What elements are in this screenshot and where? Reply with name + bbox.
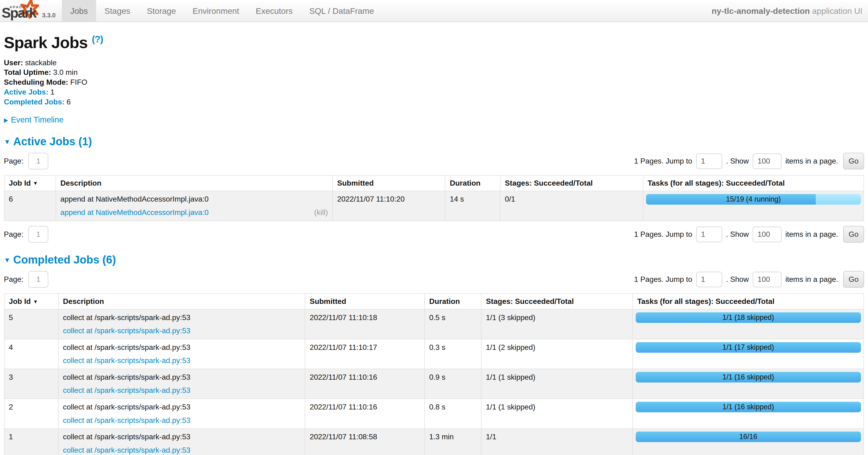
job-id-cell: 2 <box>4 399 58 428</box>
pages-jump-text: 1 Pages. Jump to <box>634 230 692 239</box>
completed-jobs-link[interactable]: Completed Jobs: <box>4 97 65 106</box>
active-jobs-link[interactable]: Active Jobs: <box>4 88 49 96</box>
tab-sql-dataframe[interactable]: SQL / DataFrame <box>301 0 382 22</box>
job-detail-link[interactable]: collect at /spark-scripts/spark-ad.py:53 <box>63 356 190 365</box>
page-title: Spark Jobs (?) <box>4 33 864 52</box>
job-tasks-cell: 1/1 (18 skipped) <box>633 309 864 339</box>
job-duration-cell: 0.5 s <box>425 309 481 339</box>
tasks-progress-label: 16/16 <box>636 431 861 442</box>
col-stages[interactable]: Stages: Succeeded/Total <box>481 293 633 309</box>
completed-job-row: 3 collect at /spark-scripts/spark-ad.py:… <box>4 369 864 399</box>
page-number-input[interactable] <box>28 153 48 169</box>
jump-to-page-input[interactable] <box>696 272 722 287</box>
active-jobs-pagination-bottom: Page: 1 Pages. Jump to . Show items in a… <box>4 226 864 243</box>
tab-jobs[interactable]: Jobs <box>62 0 96 22</box>
col-tasks[interactable]: Tasks (for all stages): Succeeded/Total <box>643 175 864 191</box>
tab-stages[interactable]: Stages <box>96 0 138 22</box>
page-number-input[interactable] <box>28 271 48 288</box>
active-job-row: 6 append at NativeMethodAccessorImpl.jav… <box>4 191 864 221</box>
items-per-page-input[interactable] <box>753 153 781 169</box>
show-text: . Show <box>726 275 749 284</box>
items-per-page-input[interactable] <box>753 227 781 242</box>
application-ui-suffix: application UI <box>810 6 862 16</box>
job-detail-link[interactable]: append at NativeMethodAccessorImpl.java:… <box>60 208 209 217</box>
event-timeline-toggle[interactable]: ▶Event Timeline <box>4 115 864 124</box>
active-jobs-pagination-top: Page: 1 Pages. Jump to . Show items in a… <box>4 153 864 169</box>
job-id-cell: 1 <box>4 429 58 455</box>
col-description[interactable]: Description <box>56 175 333 191</box>
job-detail-link[interactable]: collect at /spark-scripts/spark-ad.py:53 <box>63 446 190 454</box>
col-job-id[interactable]: Job Id▼ <box>4 293 58 309</box>
job-detail-link[interactable]: collect at /spark-scripts/spark-ad.py:53 <box>63 386 190 395</box>
tab-storage[interactable]: Storage <box>138 0 184 22</box>
job-tasks-cell: 15/19 (4 running) <box>643 191 864 221</box>
tasks-progress-label: 1/1 (16 skipped) <box>636 402 861 412</box>
tab-environment[interactable]: Environment <box>184 0 248 22</box>
job-stages-cell: 1/1 (1 skipped) <box>481 399 633 428</box>
completed-jobs-heading[interactable]: ▼Completed Jobs (6) <box>4 253 864 266</box>
show-text: . Show <box>726 157 749 165</box>
tab-executors[interactable]: Executors <box>248 0 301 22</box>
col-job-id[interactable]: Job Id▼ <box>4 175 56 191</box>
summary-completed-jobs: Completed Jobs: 6 <box>4 97 864 107</box>
job-id-cell: 4 <box>4 339 58 369</box>
spark-brand-label: Spark <box>2 5 36 21</box>
col-submitted[interactable]: Submitted <box>305 293 425 309</box>
page-number-input[interactable] <box>28 226 48 243</box>
col-submitted[interactable]: Submitted <box>333 175 445 191</box>
job-summary: User: stackable Total Uptime: 3.0 min Sc… <box>4 58 864 107</box>
spark-version: 3.3.0 <box>42 12 56 19</box>
show-text: . Show <box>726 230 749 239</box>
top-navbar: APACHE Spark 3.3.0 Jobs Stages Storage E… <box>0 0 868 22</box>
job-detail-link[interactable]: collect at /spark-scripts/spark-ad.py:53 <box>63 326 190 335</box>
help-link[interactable]: (?) <box>92 34 103 45</box>
application-name: ny-tlc-anomaly-detection <box>712 6 810 16</box>
job-description-cell: collect at /spark-scripts/spark-ad.py:53… <box>58 429 305 455</box>
sort-desc-icon: ▼ <box>33 299 38 305</box>
col-stages[interactable]: Stages: Succeeded/Total <box>500 175 643 191</box>
go-button[interactable]: Go <box>843 226 864 243</box>
go-button[interactable]: Go <box>843 271 864 288</box>
job-tasks-cell: 1/1 (16 skipped) <box>633 399 864 428</box>
jump-to-page-input[interactable] <box>696 153 722 169</box>
job-detail-link[interactable]: collect at /spark-scripts/spark-ad.py:53 <box>63 416 190 425</box>
application-title: ny-tlc-anomaly-detection application UI <box>712 0 868 22</box>
tasks-progress-label: 15/19 (4 running) <box>646 194 861 205</box>
expanded-arrow-icon: ▼ <box>4 138 10 145</box>
completed-job-row: 2 collect at /spark-scripts/spark-ad.py:… <box>4 399 864 428</box>
completed-job-row: 1 collect at /spark-scripts/spark-ad.py:… <box>4 429 864 455</box>
job-description-cell: collect at /spark-scripts/spark-ad.py:53… <box>58 309 305 339</box>
nav-tabs: Jobs Stages Storage Environment Executor… <box>62 0 382 22</box>
job-submitted-cell: 2022/11/07 11:10:16 <box>305 399 425 428</box>
job-description-text: append at NativeMethodAccessorImpl.java:… <box>60 195 328 203</box>
items-per-page-input[interactable] <box>753 272 781 287</box>
col-duration[interactable]: Duration <box>445 175 500 191</box>
job-description-text: collect at /spark-scripts/spark-ad.py:53 <box>63 433 300 441</box>
spark-logo: APACHE Spark 3.3.0 <box>0 0 62 22</box>
tasks-progress-label: 1/1 (16 skipped) <box>636 372 861 382</box>
kill-job-link[interactable]: (kill) <box>314 208 328 217</box>
job-stages-cell: 1/1 <box>481 429 633 455</box>
col-tasks[interactable]: Tasks (for all stages): Succeeded/Total <box>633 293 864 309</box>
jump-to-page-input[interactable] <box>696 227 722 242</box>
tasks-progress-bar: 1/1 (16 skipped) <box>636 372 861 382</box>
job-tasks-cell: 16/16 <box>633 429 864 455</box>
go-button[interactable]: Go <box>843 153 864 169</box>
job-description-text: collect at /spark-scripts/spark-ad.py:53 <box>63 403 300 411</box>
job-description-cell: collect at /spark-scripts/spark-ad.py:53… <box>58 369 305 399</box>
job-submitted-cell: 2022/11/07 11:08:58 <box>305 429 425 455</box>
tasks-progress-bar: 15/19 (4 running) <box>646 194 861 205</box>
collapsed-arrow-icon: ▶ <box>4 117 8 123</box>
job-description-cell: collect at /spark-scripts/spark-ad.py:53… <box>58 339 305 369</box>
col-duration[interactable]: Duration <box>425 293 481 309</box>
col-description[interactable]: Description <box>58 293 305 309</box>
tasks-progress-bar: 1/1 (17 skipped) <box>636 342 861 353</box>
job-description-cell: collect at /spark-scripts/spark-ad.py:53… <box>58 399 305 428</box>
active-jobs-table: Job Id▼ Description Submitted Duration S… <box>4 175 864 221</box>
job-description-text: collect at /spark-scripts/spark-ad.py:53 <box>63 313 300 322</box>
active-jobs-heading[interactable]: ▼Active Jobs (1) <box>4 135 864 148</box>
completed-job-row: 4 collect at /spark-scripts/spark-ad.py:… <box>4 339 864 369</box>
job-stages-cell: 1/1 (2 skipped) <box>481 339 633 369</box>
job-duration-cell: 0.9 s <box>425 369 481 399</box>
table-header-row: Job Id▼ Description Submitted Duration S… <box>4 175 864 191</box>
